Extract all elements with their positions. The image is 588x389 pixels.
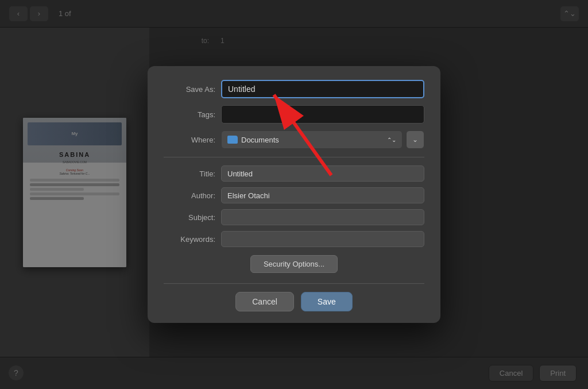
save-as-input[interactable]: [221, 80, 424, 98]
subject-label: Subject:: [164, 213, 215, 222]
folder-icon: [227, 136, 238, 144]
save-button[interactable]: Save: [301, 292, 353, 311]
where-select[interactable]: Documents ⌃⌄: [221, 130, 403, 149]
title-input[interactable]: [221, 165, 424, 182]
keywords-label: Keywords:: [164, 235, 215, 244]
modal-overlay: Save As: Tags: Where: Documents ⌃⌄ ⌄: [0, 0, 588, 389]
save-as-label: Save As:: [164, 85, 215, 94]
save-dialog: Save As: Tags: Where: Documents ⌃⌄ ⌄: [148, 66, 440, 323]
where-expand-button[interactable]: ⌄: [406, 130, 424, 149]
divider: [164, 157, 424, 157]
title-label: Title:: [164, 170, 215, 178]
subject-row: Subject:: [164, 209, 424, 225]
author-row: Author:: [164, 187, 424, 203]
where-row: Where: Documents ⌃⌄ ⌄: [164, 130, 424, 149]
where-chevron-icon: ⌃⌄: [387, 137, 396, 143]
where-container: Documents ⌃⌄ ⌄: [221, 130, 424, 149]
author-label: Author:: [164, 191, 215, 200]
tags-input[interactable]: [221, 105, 424, 124]
where-label: Where:: [164, 136, 215, 144]
security-options-button[interactable]: Security Options...: [250, 255, 338, 273]
keywords-row: Keywords:: [164, 231, 424, 247]
where-value: Documents: [241, 136, 279, 144]
save-as-row: Save As:: [164, 80, 424, 98]
tags-row: Tags:: [164, 105, 424, 124]
author-input[interactable]: [221, 187, 424, 203]
cancel-button[interactable]: Cancel: [235, 292, 294, 311]
title-row: Title:: [164, 165, 424, 182]
tags-label: Tags:: [164, 110, 215, 119]
keywords-input[interactable]: [221, 231, 424, 247]
subject-input[interactable]: [221, 209, 424, 225]
dialog-footer: Cancel Save: [164, 283, 424, 311]
